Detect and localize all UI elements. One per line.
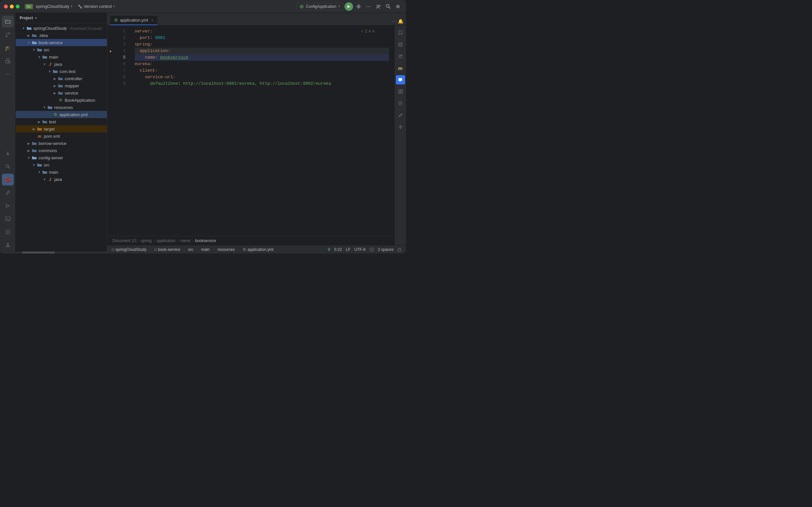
status-yml[interactable]: ⚙ application.yml [241, 245, 275, 254]
activity-search-icon[interactable] [2, 161, 14, 172]
tree-item-comtest[interactable]: ▼ com.test [16, 68, 107, 75]
code-name-key: name: [145, 54, 160, 61]
minimize-button[interactable] [10, 5, 14, 8]
search-everywhere-button[interactable] [384, 2, 392, 11]
titlebar: SC springCloudStudy ▾ Version control ▾ … [0, 0, 406, 13]
tree-item-mapper[interactable]: ▶ mapper [16, 82, 107, 89]
svg-line-20 [8, 167, 10, 168]
activity-bean-icon[interactable]: 🫘 [2, 174, 14, 185]
activity-git-icon[interactable] [2, 29, 14, 41]
file-tree: ▼ springCloudStudy ~/Desktop/CS/JavaEl ▶… [16, 23, 107, 251]
tree-item-book-service[interactable]: ▼ book-service [16, 39, 107, 46]
tree-item-target[interactable]: ▶ target [16, 125, 107, 132]
debug-button[interactable] [354, 2, 363, 11]
tree-item-controller[interactable]: ▶ controller [16, 75, 107, 82]
maximize-button[interactable] [16, 5, 20, 8]
status-bookservice[interactable]: □ book-service [152, 245, 182, 254]
code-indent-5 [135, 54, 145, 61]
right-panel-mmark-icon[interactable]: m [396, 63, 405, 73]
right-panel-database-icon[interactable] [396, 40, 405, 49]
fold-up-icon[interactable]: ∧ [369, 28, 371, 35]
tree-item-service[interactable]: ▶ service [16, 89, 107, 97]
tree-item-idea[interactable]: ▶ .idea [16, 32, 107, 39]
tree-item-root[interactable]: ▼ springCloudStudy ~/Desktop/CS/JavaEl [16, 24, 107, 32]
settings-button[interactable]: ⚙ [393, 2, 402, 11]
test-icon [42, 119, 48, 124]
status-resources[interactable]: resources [215, 245, 237, 254]
activity-vcs-icon[interactable] [2, 239, 14, 251]
tree-item-cs-main[interactable]: ▼ main [16, 168, 107, 176]
activity-terminal-icon[interactable] [2, 213, 14, 225]
project-name-button[interactable]: springCloudStudy ▾ [36, 4, 73, 9]
status-lock-icon[interactable] [395, 245, 403, 254]
search-icon [5, 164, 10, 169]
activity-plugins-icon[interactable] [2, 55, 14, 67]
tree-item-cs-java[interactable]: ▼ J java [16, 176, 107, 183]
status-bookservice-label: book-service [158, 247, 180, 252]
tree-item-src[interactable]: ▼ src [16, 46, 107, 53]
status-vim-icon[interactable]: V [326, 245, 332, 254]
tree-item-config-server[interactable]: ▼ config-server [16, 154, 107, 161]
right-panel-bookmark-icon[interactable] [396, 28, 405, 37]
tab-application-yml[interactable]: ⚙ application.yml × [110, 15, 158, 25]
tree-item-application-yml[interactable]: ▶ ⚙ application.yml [16, 111, 107, 118]
breadcrumb-sep-3: › [178, 238, 179, 243]
right-panel-leaf-icon[interactable] [396, 111, 405, 120]
svg-line-2 [79, 6, 81, 7]
status-main[interactable]: main [199, 245, 211, 254]
activity-more-icon[interactable]: ··· [2, 68, 14, 80]
version-control-button[interactable]: Version control ▾ [78, 4, 115, 9]
tree-label-commons: commons [39, 148, 104, 153]
right-panel-history-icon[interactable] [396, 99, 405, 108]
status-src[interactable]: src [186, 245, 195, 254]
add-account-icon[interactable] [374, 2, 382, 11]
status-lf[interactable]: LF [344, 245, 353, 254]
sidebar-scrollbar-thumb[interactable] [22, 251, 55, 253]
activity-tools-icon[interactable] [2, 187, 14, 199]
breadcrumb-doc: Document 1/1 [113, 238, 137, 243]
idea-folder-icon [32, 33, 37, 38]
status-spaces[interactable]: 2 spaces [376, 245, 395, 254]
status-position[interactable]: 5:22 [332, 245, 344, 254]
right-panel-group-icon[interactable] [396, 87, 405, 96]
run-button[interactable]: ▶ [345, 2, 353, 11]
sidebar-scrollbar[interactable] [16, 251, 107, 253]
fold-down-icon[interactable]: ∨ [372, 28, 375, 35]
titlebar-right: ConfigApplication ▾ ▶ ⋯ [297, 2, 402, 11]
users-icon [398, 54, 403, 59]
more-actions-button[interactable]: ⋯ [364, 2, 373, 11]
tree-item-resources[interactable]: ▼ resources [16, 104, 107, 111]
right-panel-sparkle-icon[interactable] [396, 122, 405, 131]
tree-item-bookapplication[interactable]: ▶ ⚙ BookApplication [16, 97, 107, 104]
activity-learn-icon[interactable]: 🎓 [2, 42, 14, 54]
status-encoding[interactable]: UTF-8 [353, 245, 367, 254]
tree-item-pom-xml[interactable]: ▶ m pom.xml [16, 132, 107, 140]
tree-item-test[interactable]: ▶ test [16, 118, 107, 125]
tree-item-borrow-service[interactable]: ▶ borrow-service [16, 140, 107, 147]
tree-item-commons[interactable]: ▶ commons [16, 147, 107, 154]
close-button[interactable] [4, 5, 8, 8]
activity-problems-icon[interactable] [2, 226, 14, 238]
svg-point-27 [8, 246, 9, 247]
tree-label-idea: .idea [39, 33, 104, 38]
tab-more-button[interactable]: ⋯ 🔔 [392, 19, 403, 25]
tree-item-cs-src[interactable]: ▼ src [16, 161, 107, 168]
controller-icon [58, 76, 63, 81]
right-panel-users-icon[interactable] [396, 52, 405, 61]
activity-run-icon[interactable] [2, 200, 14, 212]
fold-count: 1 [365, 28, 367, 35]
gutter-line-7 [107, 67, 114, 74]
tab-close-button[interactable]: × [151, 18, 153, 22]
status-springcloudstudy[interactable]: □ springCloudStudy [110, 245, 148, 254]
code-client-key: client: [140, 67, 158, 74]
gutter-line-4: ● [107, 48, 114, 54]
root-folder-icon [26, 26, 32, 31]
code-area[interactable]: ✓ 1 ∧ ∨ server: port: 8081 [129, 25, 394, 236]
right-panel-chat-icon[interactable] [396, 75, 405, 84]
run-config-button[interactable]: ConfigApplication ▾ [297, 3, 343, 10]
tree-item-main[interactable]: ▼ main [16, 53, 107, 60]
activity-project-icon[interactable] [2, 16, 14, 27]
activity-download-icon[interactable] [2, 148, 14, 159]
status-indent-icon[interactable] [367, 245, 376, 254]
tree-item-java[interactable]: ▼ J java [16, 60, 107, 68]
